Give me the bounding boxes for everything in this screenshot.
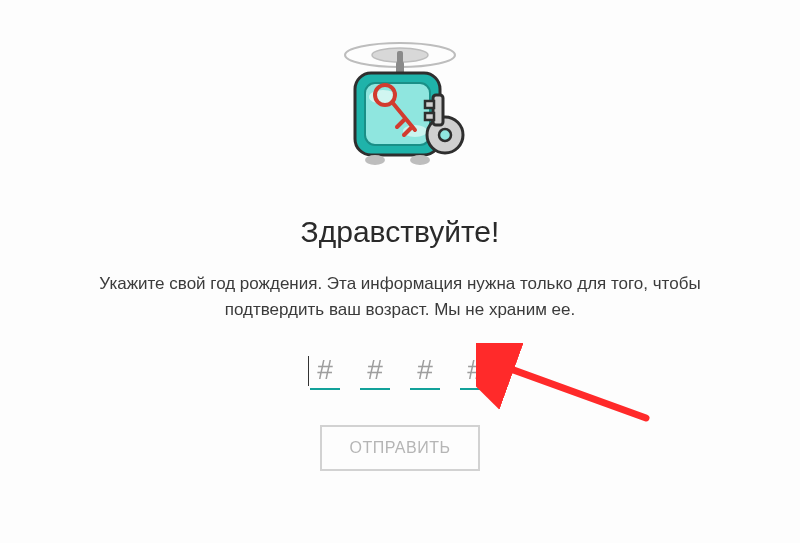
- svg-point-18: [410, 155, 430, 165]
- year-input-group: [310, 354, 490, 390]
- year-digit-3[interactable]: [410, 354, 440, 390]
- svg-rect-16: [425, 113, 434, 120]
- svg-rect-15: [425, 101, 434, 108]
- lock-key-propeller-icon: [325, 35, 475, 185]
- year-digit-2[interactable]: [360, 354, 390, 390]
- page-title: Здравствуйте!: [301, 215, 500, 249]
- instruction-text: Укажите свой год рождения. Эта информаци…: [80, 271, 720, 324]
- svg-point-17: [365, 155, 385, 165]
- submit-button[interactable]: ОТПРАВИТЬ: [320, 425, 481, 471]
- year-digit-1[interactable]: [310, 354, 340, 390]
- text-cursor: [308, 356, 309, 386]
- svg-line-20: [494, 363, 646, 418]
- year-digit-4[interactable]: [460, 354, 490, 390]
- annotation-arrow-icon: [476, 343, 656, 433]
- svg-point-13: [439, 129, 451, 141]
